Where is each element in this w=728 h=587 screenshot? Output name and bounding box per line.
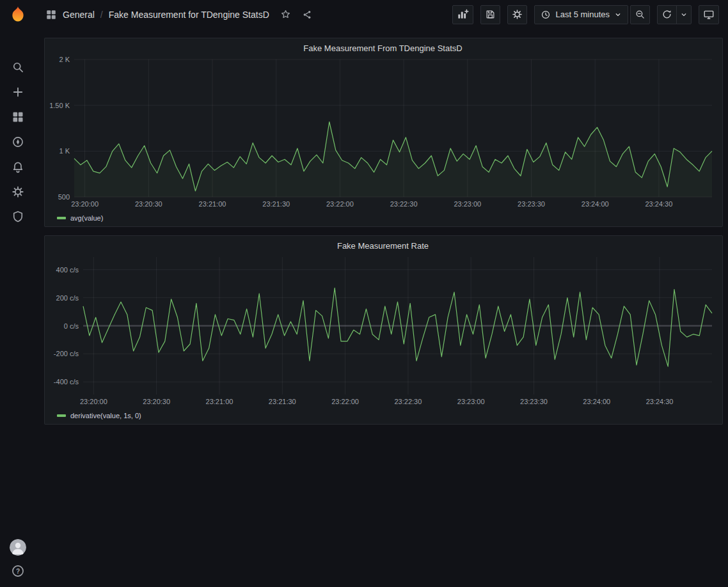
search-icon xyxy=(12,61,24,74)
zoom-out-icon xyxy=(635,9,645,20)
dashboard-settings-button[interactable] xyxy=(507,5,527,24)
grafana-flame-icon xyxy=(8,5,28,24)
svg-text:500: 500 xyxy=(58,193,70,201)
panel-add-icon xyxy=(457,8,469,20)
svg-text:23:22:30: 23:22:30 xyxy=(394,398,422,405)
shield-icon xyxy=(12,210,24,223)
panel-title[interactable]: Fake Measurement From TDengine StatsD xyxy=(49,42,717,56)
time-controls: Last 5 minutes xyxy=(534,5,650,24)
svg-text:23:24:00: 23:24:00 xyxy=(582,200,609,208)
top-navigation-bar: General / Fake Measurement for TDengine … xyxy=(0,0,728,29)
svg-text:0 c/s: 0 c/s xyxy=(64,322,79,330)
panel-fake-measurement: Fake Measurement From TDengine StatsD 23… xyxy=(44,38,723,227)
svg-text:23:24:30: 23:24:30 xyxy=(646,398,674,405)
bell-icon xyxy=(12,160,24,173)
panel-title[interactable]: Fake Measurement Rate xyxy=(49,239,717,253)
svg-text:23:21:00: 23:21:00 xyxy=(206,398,233,405)
sidebar-item-alerting[interactable] xyxy=(12,160,24,173)
legend-series-label[interactable]: derivative(value, 1s, 0) xyxy=(70,412,141,419)
svg-text:400 c/s: 400 c/s xyxy=(56,266,79,274)
timeseries-chart-fake-measurement[interactable]: 23:20:0023:20:3023:21:0023:21:3023:22:00… xyxy=(49,56,717,211)
svg-text:23:23:00: 23:23:00 xyxy=(454,200,481,208)
gear-icon xyxy=(12,185,24,198)
breadcrumb-separator: / xyxy=(100,10,103,20)
svg-text:23:23:30: 23:23:30 xyxy=(520,398,548,405)
apps-icon xyxy=(12,111,24,123)
save-icon xyxy=(485,9,496,20)
svg-text:23:21:30: 23:21:30 xyxy=(269,398,296,405)
share-dashboard-button[interactable] xyxy=(302,10,312,20)
svg-text:2 K: 2 K xyxy=(59,56,70,63)
sidebar-item-create[interactable] xyxy=(12,86,24,98)
svg-text:23:24:00: 23:24:00 xyxy=(583,398,610,405)
svg-text:23:23:30: 23:23:30 xyxy=(518,200,545,208)
legend-swatch xyxy=(57,414,66,417)
chevron-down-icon xyxy=(614,11,622,19)
timeseries-chart-fake-measurement-rate[interactable]: 23:20:0023:20:3023:21:0023:21:3023:22:00… xyxy=(49,253,717,409)
question-mark-glyph: ? xyxy=(15,568,19,575)
clock-icon xyxy=(541,10,551,20)
sidebar-item-help[interactable]: ? xyxy=(11,564,25,578)
legend-swatch xyxy=(57,217,66,219)
svg-text:23:20:30: 23:20:30 xyxy=(143,398,170,405)
chevron-down-icon xyxy=(680,11,688,19)
left-sidebar: ? xyxy=(0,29,35,587)
chart-legend: avg(value) xyxy=(49,211,717,224)
svg-text:23:23:00: 23:23:00 xyxy=(457,398,485,405)
chart-legend: derivative(value, 1s, 0) xyxy=(49,409,717,422)
kiosk-mode-button[interactable] xyxy=(699,5,719,24)
sidebar-item-explore[interactable] xyxy=(12,136,24,148)
star-icon xyxy=(280,9,291,20)
compass-icon xyxy=(12,136,24,148)
sidebar-bottom: ? xyxy=(10,539,26,587)
save-dashboard-button[interactable] xyxy=(480,5,500,24)
sidebar-item-server-admin[interactable] xyxy=(12,210,24,223)
time-range-picker[interactable]: Last 5 minutes xyxy=(534,5,628,24)
sidebar-item-configuration[interactable] xyxy=(12,185,24,198)
user-avatar-icon xyxy=(10,539,26,556)
svg-text:-200 c/s: -200 c/s xyxy=(54,350,79,357)
add-panel-button[interactable] xyxy=(452,5,473,24)
svg-text:1 K: 1 K xyxy=(59,147,70,155)
breadcrumb-section[interactable]: General xyxy=(63,10,95,20)
svg-text:23:22:00: 23:22:00 xyxy=(326,200,354,208)
zoom-out-time-button[interactable] xyxy=(630,5,650,24)
share-icon xyxy=(302,10,312,20)
toolbar-actions: Last 5 minutes xyxy=(452,5,719,24)
legend-series-label[interactable]: avg(value) xyxy=(70,214,103,222)
sidebar-item-search[interactable] xyxy=(12,61,24,74)
svg-text:23:22:30: 23:22:30 xyxy=(390,200,418,208)
svg-text:23:20:30: 23:20:30 xyxy=(135,200,162,208)
grafana-logo[interactable] xyxy=(0,5,35,24)
breadcrumb: General / Fake Measurement for TDengine … xyxy=(45,9,312,20)
monitor-icon xyxy=(703,9,715,20)
refresh-interval-dropdown[interactable] xyxy=(676,5,692,24)
svg-text:200 c/s: 200 c/s xyxy=(56,294,79,302)
svg-text:23:21:00: 23:21:00 xyxy=(199,200,226,208)
refresh-icon xyxy=(661,9,672,20)
dashboard-title[interactable]: Fake Measurement for TDengine StatsD xyxy=(109,10,269,20)
plus-icon xyxy=(12,86,24,98)
apps-icon xyxy=(45,9,57,20)
svg-text:-400 c/s: -400 c/s xyxy=(54,378,79,386)
sidebar-item-dashboards[interactable] xyxy=(12,111,24,123)
sidebar-item-profile[interactable] xyxy=(10,539,26,556)
dashboard-canvas: Fake Measurement From TDengine StatsD 23… xyxy=(35,29,728,587)
svg-text:23:21:30: 23:21:30 xyxy=(262,200,290,208)
question-circle-icon: ? xyxy=(11,564,25,578)
svg-text:23:20:00: 23:20:00 xyxy=(71,200,99,208)
svg-text:23:20:00: 23:20:00 xyxy=(80,398,107,405)
star-dashboard-button[interactable] xyxy=(280,9,291,20)
refresh-dashboard-button[interactable] xyxy=(657,5,677,24)
panel-fake-measurement-rate: Fake Measurement Rate 23:20:0023:20:3023… xyxy=(44,235,723,425)
svg-text:1.50 K: 1.50 K xyxy=(49,102,70,109)
refresh-controls xyxy=(657,5,692,24)
time-range-label: Last 5 minutes xyxy=(555,10,610,19)
svg-text:23:22:00: 23:22:00 xyxy=(331,398,359,405)
svg-text:23:24:30: 23:24:30 xyxy=(645,200,673,208)
gear-icon xyxy=(512,9,523,20)
